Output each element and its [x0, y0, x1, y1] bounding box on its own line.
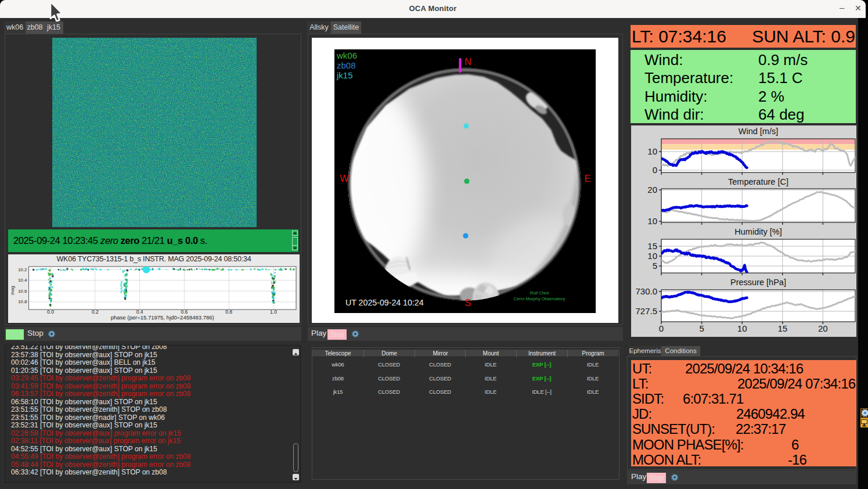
svg-text:W: W — [340, 173, 349, 184]
svg-text:zb08: zb08 — [337, 60, 356, 70]
svg-text:10.4: 10.4 — [18, 278, 27, 283]
svg-text:0: 0 — [653, 165, 657, 175]
svg-text:20: 20 — [647, 185, 657, 195]
svg-text:10: 10 — [647, 251, 657, 261]
svg-text:10: 10 — [737, 323, 747, 333]
svg-text:S: S — [464, 297, 471, 308]
svg-text:15: 15 — [647, 241, 657, 251]
svg-text:15: 15 — [777, 323, 787, 333]
svg-text:10.2: 10.2 — [18, 267, 27, 272]
svg-text:5: 5 — [653, 261, 657, 271]
svg-text:Cerro Murphy Observatory: Cerro Murphy Observatory — [514, 296, 566, 301]
svg-text:wk06: wk06 — [336, 51, 357, 60]
svg-text:Rolf Chini: Rolf Chini — [530, 290, 549, 296]
svg-text:Wind [m/s]: Wind [m/s] — [739, 127, 778, 136]
svg-text:0: 0 — [659, 323, 664, 333]
svg-text:10: 10 — [647, 216, 657, 226]
svg-text:mag: mag — [10, 286, 15, 295]
svg-text:10.8: 10.8 — [18, 299, 27, 304]
svg-text:730.0: 730.0 — [635, 286, 657, 296]
svg-text:Humidity [%]: Humidity [%] — [734, 227, 781, 236]
svg-text:E: E — [584, 173, 590, 184]
svg-text:10.6: 10.6 — [18, 289, 27, 294]
svg-text:10: 10 — [647, 146, 657, 156]
svg-text:20: 20 — [818, 323, 828, 333]
svg-text:phase (per=15.71975, hjd0=2458: phase (per=15.71975, hjd0=2458483.786) — [111, 314, 214, 321]
svg-text:Temperature [C]: Temperature [C] — [728, 177, 788, 186]
svg-text:0.8: 0.8 — [225, 309, 232, 315]
svg-text:jk15: jk15 — [336, 70, 353, 80]
svg-text:5: 5 — [699, 323, 704, 333]
svg-text:727.5: 727.5 — [635, 306, 657, 316]
svg-text:UT 2025-09-24 10:24: UT 2025-09-24 10:24 — [345, 298, 424, 307]
svg-text:N: N — [464, 56, 471, 67]
svg-text:0.2: 0.2 — [92, 309, 99, 315]
svg-text:WK06 TYC735-1315-1 b_s INSTR.: WK06 TYC735-1315-1 b_s INSTR. MAG 2025-0… — [56, 255, 251, 263]
svg-text:1.0: 1.0 — [270, 309, 277, 315]
svg-text:Pressure [hPa]: Pressure [hPa] — [730, 278, 786, 287]
svg-text:0.0: 0.0 — [47, 309, 54, 315]
